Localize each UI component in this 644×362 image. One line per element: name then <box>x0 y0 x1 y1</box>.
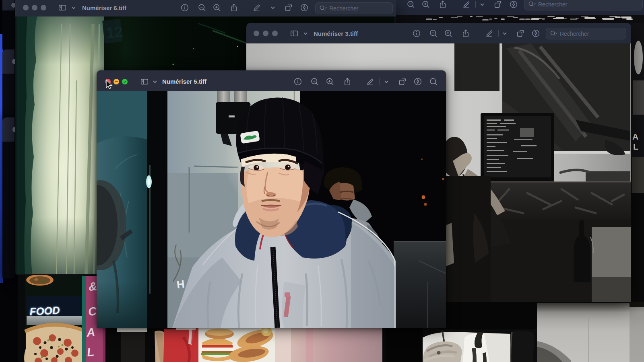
svg-text:&: & <box>88 280 98 293</box>
svg-text:A: A <box>632 132 638 141</box>
svg-text:C: C <box>88 304 98 318</box>
svg-text:L: L <box>633 142 638 151</box>
svg-text:A: A <box>86 325 96 339</box>
svg-text:H: H <box>176 278 185 291</box>
svg-text:FOOD: FOOD <box>29 304 60 318</box>
svg-text:L: L <box>87 346 95 359</box>
